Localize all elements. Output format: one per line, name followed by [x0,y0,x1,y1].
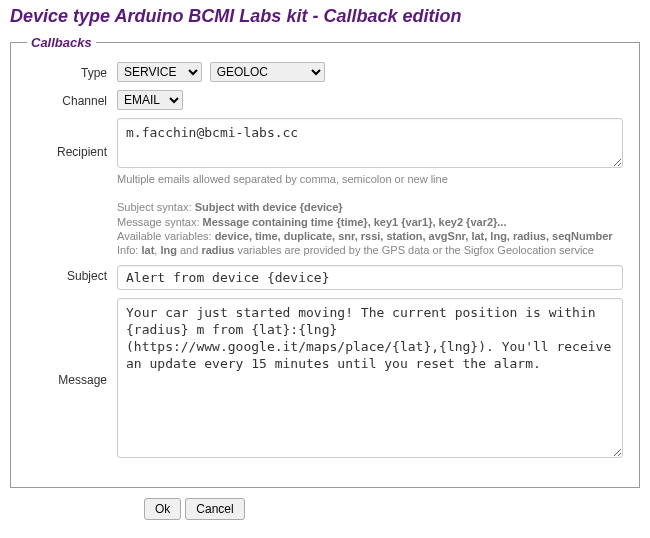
page-title: Device type Arduino BCMI Labs kit - Call… [0,0,650,35]
syntax-row: Subject syntax: Subject with device {dev… [27,194,623,257]
channel-select[interactable]: EMAIL [117,90,183,110]
channel-row: Channel EMAIL [27,90,623,110]
buttons-row: Ok Cancel [10,498,640,520]
recipient-textarea[interactable]: m.facchin@bcmi-labs.cc [117,118,623,168]
type-subselect[interactable]: GEOLOC [210,62,325,82]
cancel-button[interactable]: Cancel [185,498,244,520]
message-row: Message Your car just started moving! Th… [27,298,623,461]
ok-button[interactable]: Ok [144,498,181,520]
callbacks-fieldset: Callbacks Type SERVICE GEOLOC Channel EM… [10,35,640,488]
subject-label: Subject [27,265,117,283]
subject-input[interactable] [117,265,623,290]
channel-label: Channel [27,90,117,108]
type-row: Type SERVICE GEOLOC [27,62,623,82]
syntax-help: Subject syntax: Subject with device {dev… [117,200,623,257]
message-label: Message [27,373,117,387]
message-textarea[interactable]: Your car just started moving! The curren… [117,298,623,458]
type-label: Type [27,62,117,80]
recipient-label: Recipient [27,145,117,159]
recipient-help: Multiple emails allowed separated by com… [117,172,623,186]
subject-row: Subject [27,265,623,290]
type-select[interactable]: SERVICE [117,62,202,82]
callbacks-legend: Callbacks [27,35,96,50]
recipient-row: Recipient m.facchin@bcmi-labs.cc Multipl… [27,118,623,186]
